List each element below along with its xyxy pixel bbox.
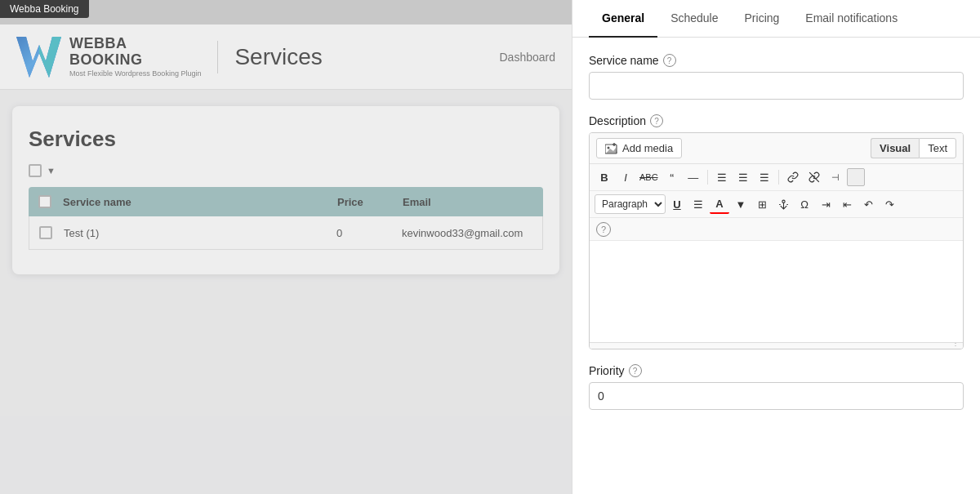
header-divider <box>217 41 218 73</box>
italic-button[interactable]: I <box>616 167 635 187</box>
svg-point-4 <box>608 146 610 149</box>
bulk-controls: ▼ <box>29 164 543 177</box>
tab-pricing[interactable]: Pricing <box>732 0 793 38</box>
resize-dots-icon: ⋮ <box>951 341 960 349</box>
toolbar-divider-2 <box>778 170 779 185</box>
hr-button[interactable]: — <box>684 167 703 187</box>
toolbar-row-2: Paragraph U ☰ A ▼ ⊞ <box>590 191 963 218</box>
service-name-help-icon[interactable]: ? <box>663 54 676 67</box>
description-editor: Add media Visual Text B I ABC “ — ☰ <box>589 132 964 349</box>
align-left-button[interactable]: ☰ <box>712 167 732 187</box>
form-area: Service name ? Description ? <box>572 38 980 426</box>
logo-icon <box>16 37 61 78</box>
col-price: Price <box>337 196 403 208</box>
table-button-2[interactable]: ⊞ <box>752 194 772 214</box>
blockquote-button[interactable]: “ <box>662 167 682 187</box>
col-service-name: Service name <box>63 196 337 208</box>
redo-button[interactable]: ↷ <box>880 194 899 214</box>
align-center-button[interactable]: ☰ <box>733 167 753 187</box>
toolbar-divider-1 <box>707 170 708 185</box>
services-card: Services ▼ Service name Price Email Test… <box>12 106 559 274</box>
description-help-icon[interactable]: ? <box>650 114 663 127</box>
svg-marker-2 <box>39 37 61 78</box>
indent-button[interactable]: ⇥ <box>816 194 835 214</box>
editor-media-bar: Add media Visual Text <box>590 133 963 164</box>
description-textarea[interactable] <box>590 241 963 339</box>
row-email: kevinwood33@gmail.com <box>402 227 532 239</box>
col-email: Email <box>403 196 533 208</box>
insert-table-button[interactable]: ⊣ <box>826 167 845 187</box>
outdent-button[interactable]: ⇤ <box>837 194 857 214</box>
row-price: 0 <box>336 227 402 239</box>
tab-email-notifications[interactable]: Email notifications <box>792 0 911 38</box>
toolbar-row-1: B I ABC “ — ☰ ☰ ☰ <box>590 164 963 191</box>
add-media-icon <box>605 143 618 154</box>
left-panel: Webba Booking <box>0 0 572 494</box>
align-right-button[interactable]: ☰ <box>755 167 774 187</box>
anchor-button[interactable] <box>773 194 793 214</box>
strikethrough-button[interactable]: ABC <box>637 167 661 187</box>
anchor-icon <box>778 199 789 210</box>
left-content: WEBBA BOOKING Most Flexible Wordpress Bo… <box>0 24 572 494</box>
visual-tab[interactable]: Visual <box>871 138 919 158</box>
brand-name: WEBBA BOOKING <box>69 36 201 69</box>
editor-help-icon[interactable]: ? <box>596 222 611 237</box>
color-swatch[interactable] <box>847 168 865 186</box>
bold-button[interactable]: B <box>595 167 614 187</box>
bulk-chevron[interactable]: ▼ <box>47 166 56 176</box>
tabs-bar: General Schedule Pricing Email notificat… <box>572 0 980 38</box>
paragraph-select[interactable]: Paragraph <box>595 194 666 214</box>
priority-input[interactable] <box>589 382 964 410</box>
add-media-button[interactable]: Add media <box>596 138 682 158</box>
service-name-group: Service name ? <box>589 54 964 100</box>
align-button-2[interactable]: ☰ <box>688 194 708 214</box>
underline-button[interactable]: U <box>667 194 687 214</box>
table-header: Service name Price Email <box>29 187 543 216</box>
link-icon <box>787 171 799 183</box>
page-title: Services <box>234 44 322 70</box>
priority-group: Priority ? <box>589 364 964 410</box>
topbar-label: Webba Booking <box>10 3 79 15</box>
tab-schedule[interactable]: Schedule <box>657 0 731 38</box>
row-service-name: Test (1) <box>64 227 336 239</box>
toolbar-help-row: ? <box>590 218 963 241</box>
text-color-dropdown[interactable]: ▼ <box>731 194 751 214</box>
service-name-label: Service name ? <box>589 54 964 67</box>
service-name-input[interactable] <box>589 72 964 100</box>
priority-label: Priority ? <box>589 364 964 377</box>
dashboard-link[interactable]: Dashboard <box>500 51 556 64</box>
visual-text-tabs: Visual Text <box>871 138 956 158</box>
logo-area: WEBBA BOOKING Most Flexible Wordpress Bo… <box>16 36 201 78</box>
topbar: Webba Booking <box>0 0 89 18</box>
undo-button[interactable]: ↶ <box>858 194 878 214</box>
header-checkbox[interactable] <box>38 195 51 208</box>
table-row[interactable]: Test (1) 0 kevinwood33@gmail.com <box>29 216 543 250</box>
priority-help-icon[interactable]: ? <box>629 364 642 377</box>
site-header: WEBBA BOOKING Most Flexible Wordpress Bo… <box>0 24 572 90</box>
svg-point-9 <box>782 200 784 202</box>
text-color-button[interactable]: A <box>710 194 729 214</box>
unlink-button[interactable] <box>804 167 824 187</box>
description-group: Description ? Add medi <box>589 114 964 349</box>
link-button[interactable] <box>783 167 803 187</box>
special-char-button[interactable]: Ω <box>795 194 814 214</box>
services-card-title: Services <box>29 127 543 152</box>
bulk-checkbox[interactable] <box>29 164 42 177</box>
unlink-icon <box>808 171 820 183</box>
tab-general[interactable]: General <box>589 0 657 38</box>
editor-resize-handle[interactable]: ⋮ <box>590 342 963 349</box>
right-panel: General Schedule Pricing Email notificat… <box>572 0 980 494</box>
brand-text: WEBBA BOOKING Most Flexible Wordpress Bo… <box>69 36 201 78</box>
brand-sub: Most Flexible Wordpress Booking Plugin <box>69 69 201 78</box>
description-label: Description ? <box>589 114 964 127</box>
row-checkbox[interactable] <box>39 226 52 239</box>
text-tab[interactable]: Text <box>919 138 956 158</box>
